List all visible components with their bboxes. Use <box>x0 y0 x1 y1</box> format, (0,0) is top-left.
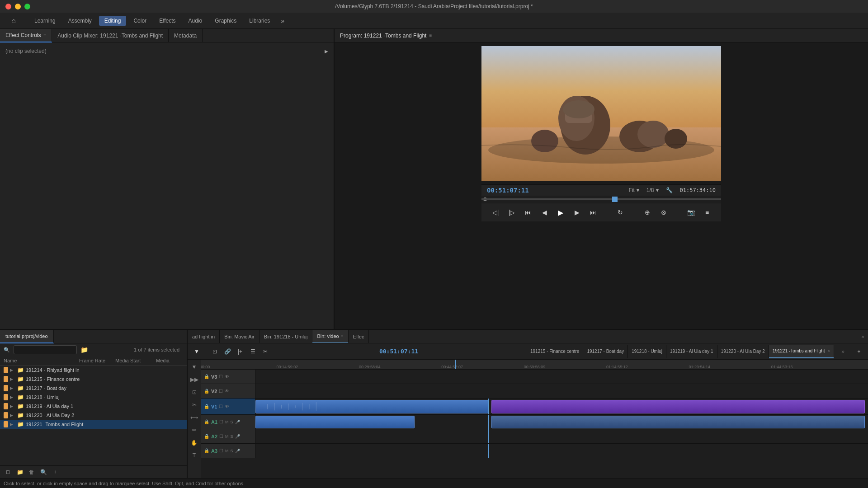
export-frame-button[interactable]: 📷 <box>684 206 697 219</box>
tab-project[interactable]: tutorial.prproj/video <box>0 330 54 343</box>
track-s3[interactable]: S <box>231 449 233 453</box>
timeline-panel-tab-4[interactable]: Effec <box>349 330 369 343</box>
new-item-button[interactable]: 🗒 <box>4 468 13 477</box>
scrubber-playhead[interactable] <box>612 197 618 202</box>
track-mic2[interactable]: 🎤 <box>235 434 240 439</box>
eye-icon[interactable]: 👁 <box>225 374 229 379</box>
seq-tab-1[interactable]: 191217 - Boat day <box>583 345 628 358</box>
nav-audio[interactable]: Audio <box>183 16 208 26</box>
timeline-timecode[interactable]: 00:51:07:11 <box>379 348 418 355</box>
list-item[interactable]: ▶ 📁 191214 - Rhiyad flight in <box>0 366 187 375</box>
step-forward-button[interactable]: ▶ <box>571 206 583 219</box>
video-clip-purple[interactable] <box>491 400 865 413</box>
mark-in-button[interactable]: ◁| <box>489 206 502 219</box>
video-clip[interactable] <box>255 400 488 413</box>
home-button[interactable]: ⌂ <box>7 14 20 27</box>
new-bin-button[interactable]: 📁 <box>15 468 24 477</box>
expand-icon[interactable]: ▶ <box>10 386 15 390</box>
expand-arrow-icon[interactable]: ▶ <box>325 49 328 54</box>
expand-icon[interactable]: ▶ <box>10 377 15 381</box>
track-a1-content[interactable] <box>255 415 868 429</box>
program-monitor-tab[interactable]: Program: 191221 -Tombs and Flight ≡ <box>340 33 432 39</box>
seq-tab-3[interactable]: 191219 - Al Ula day 1 <box>666 345 717 358</box>
linked-selection[interactable]: 🔗 <box>222 346 233 357</box>
track-mic3[interactable]: 🎤 <box>235 449 240 453</box>
lock-icon[interactable]: 🔒 <box>204 374 209 379</box>
go-to-out-button[interactable]: ⏭ <box>587 206 599 219</box>
search-input[interactable] <box>14 345 77 354</box>
list-item[interactable]: ▶ 📁 191215 - Finance centre <box>0 375 187 384</box>
list-item[interactable]: ▶ 📁 191221 -Tombs and Flight <box>0 420 187 429</box>
timeline-ruler[interactable]: 00:00 00:14:59:02 00:29:58:04 00:44:57:0… <box>201 360 868 370</box>
lock-icon[interactable]: 🔒 <box>204 419 209 424</box>
fit-dropdown[interactable]: Fit ▾ <box>628 187 639 193</box>
track-v3-content[interactable] <box>255 370 868 384</box>
eye-icon[interactable]: 👁 <box>225 404 229 409</box>
list-item[interactable]: ▶ 📁 191218 - Umluj <box>0 393 187 402</box>
track-s[interactable]: S <box>231 420 233 424</box>
tab-audio-clip-mixer[interactable]: Audio Clip Mixer: 191221 -Tombs and Flig… <box>52 29 169 42</box>
pen-tool[interactable]: ✏ <box>189 425 200 436</box>
seq-tab-4[interactable]: 191220 - Al Ula Day 2 <box>717 345 769 358</box>
lock-icon[interactable]: 🔒 <box>204 448 209 453</box>
go-to-in-button[interactable]: ⏮ <box>522 206 534 219</box>
eye-icon[interactable]: 👁 <box>225 389 229 394</box>
expand-icon[interactable]: ▶ <box>10 422 15 427</box>
track-mic[interactable]: 🎤 <box>235 420 240 424</box>
expand-icon[interactable]: ▶ <box>10 404 15 408</box>
slip-tool[interactable]: ⟷ <box>189 412 200 423</box>
timeline-panel-tab-2[interactable]: Bin: 191218 - Umluj <box>259 330 313 343</box>
nav-libraries[interactable]: Libraries <box>244 16 275 26</box>
wrench-icon[interactable]: 🔧 <box>666 187 673 193</box>
snap-tool[interactable]: ⊡ <box>209 346 220 357</box>
track-v2-content[interactable] <box>255 384 868 398</box>
seq-tab-0[interactable]: 191215 - Finance centre <box>527 345 583 358</box>
expand-icon[interactable]: ▶ <box>10 413 15 418</box>
step-back-button[interactable]: ◀ <box>538 206 551 219</box>
tab-metadata[interactable]: Metadata <box>169 29 203 42</box>
nav-editing[interactable]: Editing <box>99 16 127 26</box>
insert-button[interactable]: ⊕ <box>641 206 654 219</box>
type-tool[interactable]: T <box>189 450 200 461</box>
list-item[interactable]: ▶ 📁 191220 - Al Ula Day 2 <box>0 411 187 420</box>
track-a3-content[interactable] <box>255 444 868 458</box>
settings-button[interactable]: ≡ <box>701 206 713 219</box>
seq-tab-close-icon[interactable]: × <box>827 348 830 353</box>
tab-effect-controls[interactable]: Effect Controls ≡ <box>0 29 52 42</box>
monitor-scrubber[interactable] <box>481 196 721 203</box>
seq-tab-5[interactable]: 191221 -Tombs and Flight × <box>769 345 834 358</box>
audio-clip-2[interactable] <box>491 416 865 428</box>
add-edit[interactable]: |+ <box>235 346 245 357</box>
expand-icon[interactable]: ▶ <box>10 395 15 399</box>
timeline-panel-tab-3[interactable]: Bin: video ≡ <box>312 330 348 343</box>
track-v1-content[interactable] <box>255 399 868 414</box>
lock-icon[interactable]: 🔒 <box>204 434 209 439</box>
nav-effects[interactable]: Effects <box>154 16 181 26</box>
loop-button[interactable]: ↻ <box>614 206 627 219</box>
track-s2[interactable]: S <box>231 434 233 439</box>
timeline-select-tool[interactable]: ▼ <box>191 346 202 357</box>
delete-button[interactable]: 🗑 <box>27 468 36 477</box>
mark-out-button[interactable]: |▷ <box>505 206 518 219</box>
track-m3[interactable]: M <box>225 449 229 453</box>
lock-icon[interactable]: 🔒 <box>204 389 209 394</box>
add-track-button[interactable]: + <box>854 346 864 357</box>
timeline-panel-tab-0[interactable]: ad flight in <box>188 330 220 343</box>
track-m[interactable]: M <box>225 420 229 424</box>
timeline-panel-tab-1[interactable]: Bin: Mavic Air <box>220 330 259 343</box>
program-tab-menu-icon[interactable]: ≡ <box>429 33 432 38</box>
lock-icon[interactable]: 🔒 <box>204 404 209 409</box>
program-timecode[interactable]: 00:51:07:11 <box>487 187 529 194</box>
list-item[interactable]: ▶ 📁 191219 - Al Ula day 1 <box>0 402 187 411</box>
close-button[interactable] <box>5 4 11 9</box>
list-item[interactable]: ▶ 📁 191217 - Boat day <box>0 384 187 393</box>
find-button[interactable]: 🔍 <box>39 468 48 477</box>
expand-icon[interactable]: ▶ <box>10 368 15 372</box>
plus-button[interactable]: ＋ <box>51 468 60 477</box>
ripple-edit-tool[interactable]: ⊡ <box>189 387 200 398</box>
track-m2[interactable]: M <box>225 434 229 439</box>
hand-tool[interactable]: ✋ <box>189 437 200 448</box>
select-tool[interactable]: ▼ <box>189 361 200 372</box>
quality-dropdown[interactable]: 1/8 ▾ <box>646 187 659 193</box>
nav-more-button[interactable]: » <box>277 15 288 26</box>
